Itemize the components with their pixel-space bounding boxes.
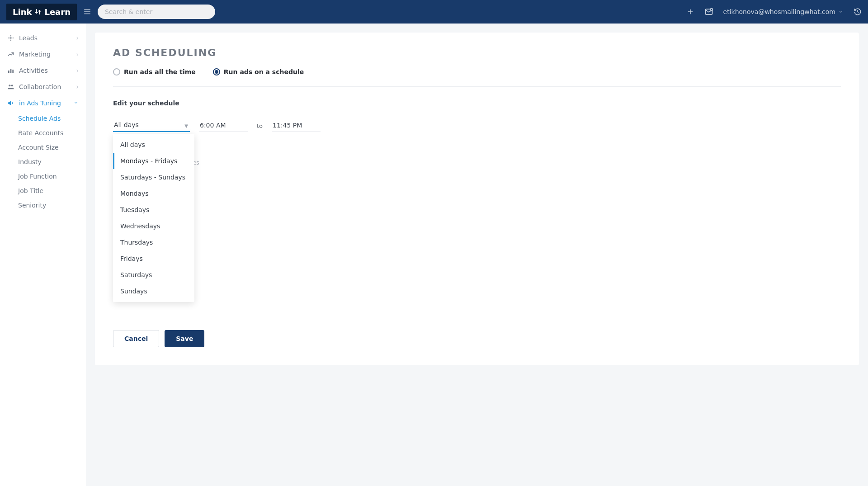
sidebar-item-label: Marketing: [19, 51, 51, 58]
sidebar-item-label: Activities: [19, 67, 48, 74]
plus-icon[interactable]: [686, 8, 694, 16]
sidebar-item-label: Leads: [19, 34, 38, 42]
sidebar-sub-job-title[interactable]: Job Title: [0, 184, 86, 198]
users-icon: [7, 83, 14, 90]
dropdown-option[interactable]: Thursdays: [113, 234, 194, 250]
sidebar: Leads › Marketing › Activities › Collabo…: [0, 24, 86, 486]
sidebar-sub-industry[interactable]: Industy: [0, 155, 86, 169]
topbar-right: etikhonova@whosmailingwhat.com: [686, 7, 862, 16]
sidebar-item-label: Collaboration: [19, 83, 61, 90]
save-button[interactable]: Save: [165, 330, 204, 347]
time-from-input[interactable]: [199, 120, 248, 132]
radio-all-time[interactable]: Run ads all the time: [113, 68, 196, 75]
chart-line-icon: [7, 51, 14, 58]
timezone-hint: T-05:00) Eastern Time ou changed and add…: [113, 150, 841, 167]
form-actions: Cancel Save: [113, 330, 841, 347]
history-icon[interactable]: [854, 8, 862, 16]
sidebar-item-collaboration[interactable]: Collaboration ›: [0, 79, 86, 95]
sidebar-sub-job-function[interactable]: Job Function: [0, 169, 86, 184]
chevron-right-icon: ›: [76, 51, 79, 58]
sidebar-item-marketing[interactable]: Marketing ›: [0, 46, 86, 62]
sidebar-sub-rate-accounts[interactable]: Rate Accounts: [0, 126, 86, 140]
mail-icon[interactable]: [704, 7, 713, 16]
page-title: AD SCHEDULING: [113, 47, 841, 58]
time-to-input[interactable]: [272, 120, 321, 132]
dropdown-option[interactable]: All days: [113, 137, 194, 153]
brand-logo[interactable]: Link Learn: [6, 4, 77, 20]
dropdown-option[interactable]: Mondays - Fridays: [113, 153, 194, 169]
dropdown-option[interactable]: Wednesdays: [113, 218, 194, 234]
dropdown-option[interactable]: Tuesdays: [113, 202, 194, 218]
panel: AD SCHEDULING Run ads all the time Run a…: [95, 33, 859, 365]
to-label: to: [257, 123, 263, 132]
section-label: Edit your schedule: [113, 99, 841, 107]
svg-rect-7: [8, 71, 9, 73]
svg-point-6: [710, 9, 712, 11]
topbar: Link Learn etikhonova@whosmailingwhat.co…: [0, 0, 868, 24]
days-dropdown: All days Mondays - Fridays Saturdays - S…: [113, 134, 194, 302]
bar-chart-icon: [7, 67, 14, 74]
radio-icon: [113, 68, 120, 75]
swap-icon: [34, 8, 42, 15]
chevron-down-icon: [73, 99, 79, 107]
radio-label: Run ads all the time: [124, 68, 196, 75]
dropdown-option[interactable]: Mondays: [113, 185, 194, 202]
brand-part2: Learn: [44, 7, 71, 17]
search-input[interactable]: [98, 5, 215, 19]
svg-point-11: [11, 85, 13, 86]
content: AD SCHEDULING Run ads all the time Run a…: [86, 24, 868, 486]
menu-toggle-icon[interactable]: [83, 8, 91, 16]
user-menu[interactable]: etikhonova@whosmailingwhat.com: [723, 8, 844, 15]
cancel-button[interactable]: Cancel: [113, 330, 159, 347]
sidebar-sub-seniority[interactable]: Seniority: [0, 198, 86, 212]
dropdown-option[interactable]: Fridays: [113, 250, 194, 267]
chevron-right-icon: ›: [76, 67, 79, 74]
user-email: etikhonova@whosmailingwhat.com: [723, 8, 835, 15]
radio-label: Run ads on a schedule: [224, 68, 304, 75]
schedule-mode-radios: Run ads all the time Run ads on a schedu…: [113, 68, 841, 87]
svg-rect-9: [12, 70, 14, 73]
sidebar-item-activities[interactable]: Activities ›: [0, 62, 86, 79]
move-icon: [7, 34, 14, 42]
sidebar-item-label: in Ads Tuning: [19, 99, 61, 107]
sidebar-sub-account-size[interactable]: Account Size: [0, 140, 86, 155]
chevron-down-icon: [838, 9, 844, 14]
schedule-row: All days ▼ All days Mondays - Fridays Sa…: [113, 119, 841, 132]
days-select[interactable]: All days: [113, 119, 190, 132]
svg-point-10: [9, 85, 10, 86]
radio-icon: [213, 68, 220, 75]
dropdown-option[interactable]: Sundays: [113, 283, 194, 299]
dropdown-option[interactable]: Saturdays: [113, 267, 194, 283]
chevron-right-icon: ›: [76, 34, 79, 42]
svg-rect-8: [10, 69, 12, 73]
dropdown-option[interactable]: Saturdays - Sundays: [113, 169, 194, 185]
megaphone-icon: [7, 99, 14, 107]
radio-on-schedule[interactable]: Run ads on a schedule: [213, 68, 304, 75]
sidebar-item-leads[interactable]: Leads ›: [0, 30, 86, 46]
hint-line: ou changed and adds new ones: [113, 159, 841, 167]
sidebar-item-ads-tuning[interactable]: in Ads Tuning: [0, 95, 86, 111]
chevron-right-icon: ›: [76, 83, 79, 90]
brand-part1: Link: [13, 7, 32, 17]
hint-line: T-05:00) Eastern Time: [113, 150, 841, 159]
sidebar-sub-schedule-ads[interactable]: Schedule Ads: [0, 111, 86, 126]
